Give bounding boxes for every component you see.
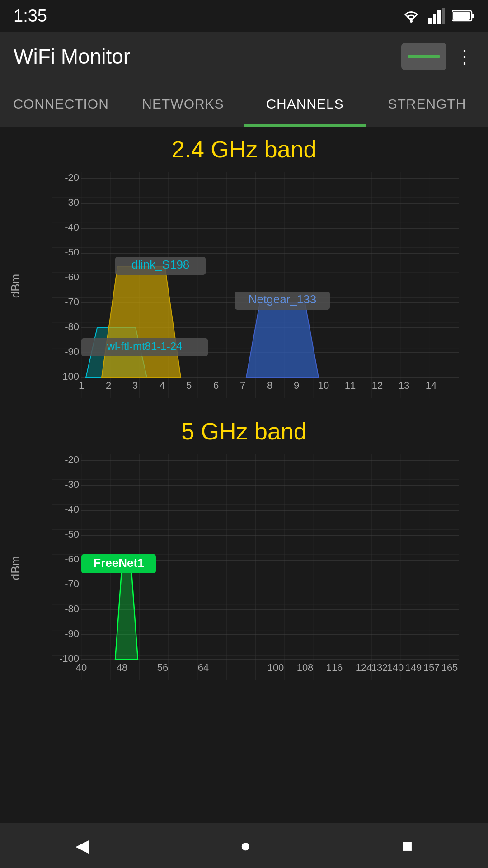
band-5ghz-section: 5 GHz band dBm -20 -30 -40: [5, 418, 483, 682]
svg-text:116: 116: [326, 662, 343, 673]
content-area: 2.4 GHz band dBm: [0, 127, 488, 823]
recent-button[interactable]: ■: [402, 835, 413, 856]
svg-text:-40: -40: [65, 504, 79, 515]
svg-text:-30: -30: [65, 197, 79, 208]
battery-icon: [452, 9, 474, 23]
netgear-label: Netgear_133: [249, 292, 316, 306]
svg-text:1: 1: [79, 380, 84, 391]
svg-text:124: 124: [356, 662, 372, 673]
svg-text:11: 11: [345, 380, 356, 391]
svg-text:165: 165: [441, 662, 458, 673]
svg-rect-1: [428, 18, 432, 24]
svg-text:140: 140: [387, 662, 404, 673]
svg-text:157: 157: [423, 662, 440, 673]
svg-text:-70: -70: [65, 296, 79, 307]
svg-text:149: 149: [405, 662, 422, 673]
tab-connection[interactable]: CONNECTION: [0, 81, 122, 127]
svg-text:-30: -30: [65, 479, 79, 490]
svg-text:-90: -90: [65, 346, 79, 357]
svg-text:48: 48: [117, 662, 127, 673]
y-axis-label-24: dBm: [9, 274, 23, 297]
wifi-icon: [401, 8, 421, 24]
tab-bar: CONNECTION NETWORKS CHANNELS STRENGTH: [0, 81, 488, 127]
svg-text:3: 3: [132, 380, 138, 391]
svg-text:-90: -90: [65, 628, 79, 639]
svg-text:9: 9: [294, 380, 299, 391]
tab-networks[interactable]: NETWORKS: [122, 81, 244, 127]
band-24ghz-title: 2.4 GHz band: [5, 136, 483, 163]
svg-text:40: 40: [76, 662, 87, 673]
home-button[interactable]: ●: [240, 835, 251, 856]
svg-rect-2: [433, 14, 436, 24]
dlink-label: dlink_S198: [131, 258, 190, 271]
svg-text:-40: -40: [65, 222, 79, 233]
svg-text:100: 100: [267, 662, 284, 673]
more-options-button[interactable]: ⋮: [455, 47, 474, 66]
svg-text:-60: -60: [65, 553, 79, 565]
svg-text:-80: -80: [65, 321, 79, 332]
svg-text:4: 4: [160, 380, 165, 391]
svg-text:12: 12: [372, 380, 383, 391]
svg-text:14: 14: [426, 380, 436, 391]
tab-strength[interactable]: STRENGTH: [366, 81, 488, 127]
svg-text:-50: -50: [65, 528, 79, 540]
freenet1-label: FreeNet1: [94, 556, 144, 570]
svg-text:132: 132: [371, 662, 388, 673]
status-icons: [401, 8, 474, 24]
svg-text:56: 56: [157, 662, 168, 673]
svg-text:-70: -70: [65, 578, 79, 590]
svg-text:5: 5: [186, 380, 192, 391]
svg-text:108: 108: [297, 662, 314, 673]
svg-rect-6: [472, 14, 474, 18]
svg-text:-100: -100: [59, 371, 79, 382]
signal-icon: [428, 8, 445, 24]
header-actions: ⋮: [401, 43, 474, 70]
svg-text:64: 64: [198, 662, 209, 673]
band-5ghz-chart: dBm -20 -30 -40 -50 -60: [5, 454, 483, 682]
wlftl-label: wl-ftl-mt81-1-24: [107, 340, 183, 352]
app-title: WiFi Monitor: [14, 44, 130, 69]
band-24ghz-chart: dBm -20 -30: [5, 172, 483, 400]
display-button-bar: [408, 55, 440, 58]
svg-text:2: 2: [106, 380, 111, 391]
bottom-nav: ◀ ● ■: [0, 823, 488, 868]
band-5ghz-title: 5 GHz band: [5, 418, 483, 445]
svg-text:-50: -50: [65, 246, 79, 258]
band-24ghz-section: 2.4 GHz band dBm: [5, 136, 483, 400]
status-time: 1:35: [14, 6, 47, 26]
svg-text:-80: -80: [65, 603, 79, 614]
svg-point-0: [410, 20, 413, 23]
svg-text:-20: -20: [65, 172, 79, 183]
display-button[interactable]: [401, 43, 446, 70]
svg-text:10: 10: [318, 380, 329, 391]
back-button[interactable]: ◀: [75, 835, 89, 856]
app-header: WiFi Monitor ⋮: [0, 32, 488, 81]
svg-text:7: 7: [240, 380, 245, 391]
status-bar: 1:35: [0, 0, 488, 32]
chart-24-svg: -20 -30 -40 -50 -60 -70 -80: [27, 172, 483, 398]
svg-text:8: 8: [267, 380, 272, 391]
svg-text:13: 13: [399, 380, 409, 391]
tab-channels[interactable]: CHANNELS: [244, 81, 366, 127]
svg-text:-60: -60: [65, 271, 79, 283]
svg-rect-7: [453, 12, 470, 20]
y-axis-label-5: dBm: [9, 556, 23, 580]
svg-rect-3: [437, 10, 441, 24]
svg-text:6: 6: [213, 380, 219, 391]
chart-5-svg: -20 -30 -40 -50 -60 -70 -80: [27, 454, 483, 680]
svg-text:-20: -20: [65, 454, 79, 465]
svg-rect-4: [442, 8, 445, 24]
